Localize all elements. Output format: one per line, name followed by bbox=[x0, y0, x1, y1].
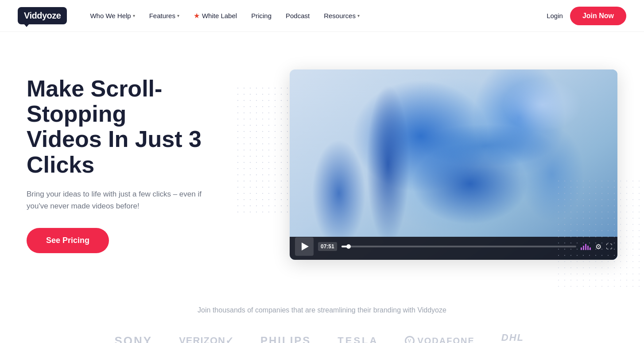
nav-item-podcast[interactable]: Podcast bbox=[280, 8, 315, 23]
hero-section: Make Scroll-Stopping Videos In Just 3 Cl… bbox=[0, 32, 644, 289]
nav-links: Who We Help ▾ Features ▾ ★ White Label P… bbox=[85, 8, 547, 23]
play-icon bbox=[302, 243, 309, 251]
company-logos-row: SONY verizon✓ PHILIPS TESLA V vodafone D… bbox=[0, 323, 644, 343]
nav-item-features[interactable]: Features ▾ bbox=[144, 8, 185, 23]
hero-title: Make Scroll-Stopping Videos In Just 3 Cl… bbox=[27, 76, 248, 177]
play-button[interactable] bbox=[295, 237, 314, 256]
navbar: Viddyoze Who We Help ▾ Features ▾ ★ Whit… bbox=[0, 0, 644, 32]
nav-item-pricing[interactable]: Pricing bbox=[246, 8, 277, 23]
video-progress-thumb bbox=[346, 244, 351, 249]
vodafone-circle-icon: V bbox=[405, 336, 415, 343]
video-timestamp: 07:51 bbox=[318, 242, 337, 251]
video-highlight bbox=[502, 78, 582, 131]
nav-right: Login Join Now bbox=[547, 7, 626, 25]
logo[interactable]: Viddyoze bbox=[18, 7, 67, 24]
hero-subtitle: Bring your ideas to life with just a few… bbox=[27, 188, 213, 212]
join-now-button[interactable]: Join Now bbox=[570, 7, 626, 25]
social-proof-tagline: Join thousands of companies that are str… bbox=[18, 306, 626, 314]
nav-item-resources[interactable]: Resources ▾ bbox=[318, 8, 365, 23]
login-button[interactable]: Login bbox=[547, 12, 563, 19]
chevron-down-icon: ▾ bbox=[133, 13, 135, 18]
nav-item-white-label[interactable]: ★ White Label bbox=[188, 8, 242, 23]
logo-dhl: DHL Express bbox=[501, 332, 530, 343]
see-pricing-button[interactable]: See Pricing bbox=[27, 228, 109, 253]
logo-vodafone: V vodafone bbox=[405, 336, 474, 343]
star-icon: ★ bbox=[194, 12, 200, 20]
video-progress-bar[interactable] bbox=[341, 246, 576, 247]
logo-sony: SONY bbox=[114, 334, 152, 343]
logo-verizon: verizon✓ bbox=[179, 335, 234, 343]
logo-philips: PHILIPS bbox=[260, 335, 311, 343]
chevron-down-icon: ▾ bbox=[357, 13, 360, 18]
logo-tesla: TESLA bbox=[338, 335, 378, 343]
hero-content: Make Scroll-Stopping Videos In Just 3 Cl… bbox=[27, 76, 248, 253]
social-proof-section: Join thousands of companies that are str… bbox=[0, 289, 644, 323]
nav-item-who-we-help[interactable]: Who We Help ▾ bbox=[85, 8, 140, 23]
dot-pattern-right bbox=[555, 178, 644, 289]
chevron-down-icon: ▾ bbox=[177, 13, 179, 18]
